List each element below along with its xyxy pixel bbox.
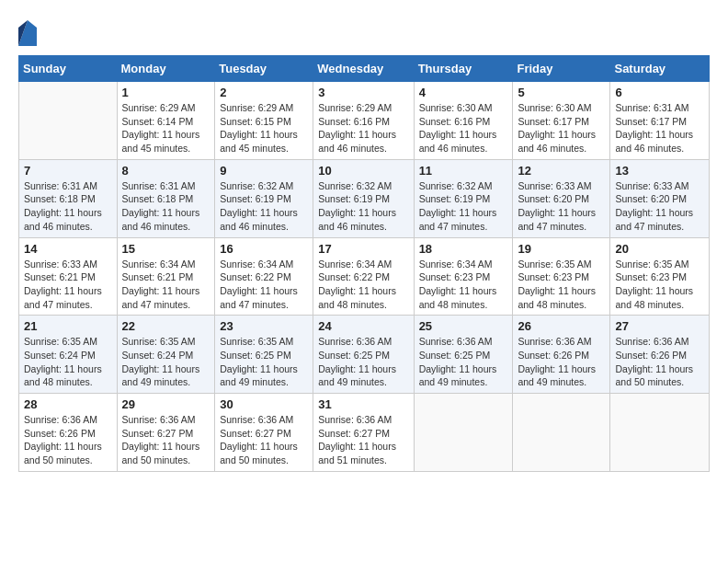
day-info: Sunrise: 6:30 AMSunset: 6:16 PMDaylight:… [419,101,508,155]
calendar-cell: 21Sunrise: 6:35 AMSunset: 6:24 PMDayligh… [19,316,118,394]
weekday-header-row: SundayMondayTuesdayWednesdayThursdayFrid… [19,56,710,82]
day-number: 11 [419,164,508,178]
calendar-cell: 19Sunrise: 6:35 AMSunset: 6:23 PMDayligh… [513,237,610,316]
day-info: Sunrise: 6:33 AMSunset: 6:20 PMDaylight:… [518,179,605,234]
calendar-cell: 31Sunrise: 6:36 AMSunset: 6:27 PMDayligh… [313,394,414,472]
day-number: 9 [220,164,308,178]
calendar-cell: 1Sunrise: 6:29 AMSunset: 6:14 PMDaylight… [117,82,215,160]
day-info: Sunrise: 6:35 AMSunset: 6:23 PMDaylight:… [615,258,704,312]
calendar-cell: 23Sunrise: 6:35 AMSunset: 6:25 PMDayligh… [215,316,313,394]
day-number: 8 [122,164,210,178]
day-number: 6 [615,86,704,99]
day-number: 13 [615,164,704,178]
day-number: 17 [318,242,408,256]
weekday-header-sunday: Sunday [19,56,118,82]
calendar-cell: 26Sunrise: 6:36 AMSunset: 6:26 PMDayligh… [513,316,610,394]
calendar-cell: 10Sunrise: 6:32 AMSunset: 6:19 PMDayligh… [313,159,414,237]
day-number: 24 [318,319,408,333]
day-info: Sunrise: 6:29 AMSunset: 6:15 PMDaylight:… [220,101,308,155]
calendar-cell [19,82,118,160]
calendar-cell: 16Sunrise: 6:34 AMSunset: 6:22 PMDayligh… [215,237,313,316]
logo-icon [18,20,37,46]
calendar-cell: 9Sunrise: 6:32 AMSunset: 6:19 PMDaylight… [215,159,313,237]
calendar-cell: 2Sunrise: 6:29 AMSunset: 6:15 PMDaylight… [215,82,313,160]
day-info: Sunrise: 6:30 AMSunset: 6:17 PMDaylight:… [518,101,605,155]
day-number: 22 [122,319,210,333]
day-info: Sunrise: 6:36 AMSunset: 6:25 PMDaylight:… [419,335,508,389]
day-number: 18 [419,242,508,256]
calendar-cell: 12Sunrise: 6:33 AMSunset: 6:20 PMDayligh… [513,159,610,237]
day-number: 4 [419,86,508,99]
day-number: 23 [220,319,308,333]
day-number: 14 [24,242,112,256]
day-info: Sunrise: 6:36 AMSunset: 6:25 PMDaylight:… [318,335,408,389]
day-number: 26 [518,319,605,333]
day-info: Sunrise: 6:36 AMSunset: 6:27 PMDaylight:… [122,413,210,467]
day-info: Sunrise: 6:36 AMSunset: 6:26 PMDaylight:… [24,413,112,467]
calendar-cell: 18Sunrise: 6:34 AMSunset: 6:23 PMDayligh… [414,237,513,316]
day-info: Sunrise: 6:33 AMSunset: 6:20 PMDaylight:… [615,179,704,234]
day-info: Sunrise: 6:34 AMSunset: 6:23 PMDaylight:… [419,258,508,312]
week-row-2: 7Sunrise: 6:31 AMSunset: 6:18 PMDaylight… [19,159,710,237]
day-number: 30 [220,397,308,411]
calendar-cell: 24Sunrise: 6:36 AMSunset: 6:25 PMDayligh… [313,316,414,394]
day-info: Sunrise: 6:35 AMSunset: 6:25 PMDaylight:… [220,335,308,389]
day-info: Sunrise: 6:32 AMSunset: 6:19 PMDaylight:… [318,179,408,234]
day-info: Sunrise: 6:31 AMSunset: 6:17 PMDaylight:… [615,101,704,155]
day-info: Sunrise: 6:31 AMSunset: 6:18 PMDaylight:… [24,179,112,234]
day-info: Sunrise: 6:32 AMSunset: 6:19 PMDaylight:… [419,179,508,234]
weekday-header-thursday: Thursday [414,56,513,82]
calendar-cell: 14Sunrise: 6:33 AMSunset: 6:21 PMDayligh… [19,237,118,316]
day-number: 21 [24,319,112,333]
day-info: Sunrise: 6:36 AMSunset: 6:27 PMDaylight:… [318,413,408,467]
day-number: 27 [615,319,704,333]
calendar-cell: 13Sunrise: 6:33 AMSunset: 6:20 PMDayligh… [610,159,710,237]
day-number: 25 [419,319,508,333]
calendar-cell: 25Sunrise: 6:36 AMSunset: 6:25 PMDayligh… [414,316,513,394]
day-number: 15 [122,242,210,256]
day-number: 5 [518,86,605,99]
week-row-4: 21Sunrise: 6:35 AMSunset: 6:24 PMDayligh… [19,316,710,394]
calendar-cell: 5Sunrise: 6:30 AMSunset: 6:17 PMDaylight… [513,82,610,160]
calendar-table: SundayMondayTuesdayWednesdayThursdayFrid… [18,55,710,472]
day-info: Sunrise: 6:32 AMSunset: 6:19 PMDaylight:… [220,179,308,234]
calendar-cell: 29Sunrise: 6:36 AMSunset: 6:27 PMDayligh… [117,394,215,472]
day-info: Sunrise: 6:35 AMSunset: 6:24 PMDaylight:… [24,335,112,389]
day-info: Sunrise: 6:29 AMSunset: 6:14 PMDaylight:… [122,101,210,155]
calendar-cell: 27Sunrise: 6:36 AMSunset: 6:26 PMDayligh… [610,316,710,394]
day-number: 2 [220,86,308,99]
day-info: Sunrise: 6:35 AMSunset: 6:24 PMDaylight:… [122,335,210,389]
logo [18,18,40,46]
calendar-cell: 28Sunrise: 6:36 AMSunset: 6:26 PMDayligh… [19,394,118,472]
day-number: 1 [122,86,210,99]
day-number: 20 [615,242,704,256]
weekday-header-wednesday: Wednesday [313,56,414,82]
weekday-header-tuesday: Tuesday [215,56,313,82]
day-info: Sunrise: 6:31 AMSunset: 6:18 PMDaylight:… [122,179,210,234]
day-number: 7 [24,164,112,178]
day-info: Sunrise: 6:29 AMSunset: 6:16 PMDaylight:… [318,101,408,155]
day-number: 12 [518,164,605,178]
day-number: 31 [318,397,408,411]
week-row-1: 1Sunrise: 6:29 AMSunset: 6:14 PMDaylight… [19,82,710,160]
calendar-cell: 17Sunrise: 6:34 AMSunset: 6:22 PMDayligh… [313,237,414,316]
day-info: Sunrise: 6:36 AMSunset: 6:26 PMDaylight:… [615,335,704,389]
day-info: Sunrise: 6:34 AMSunset: 6:22 PMDaylight:… [220,258,308,312]
day-info: Sunrise: 6:33 AMSunset: 6:21 PMDaylight:… [24,258,112,312]
weekday-header-monday: Monday [117,56,215,82]
calendar-cell [610,394,710,472]
week-row-3: 14Sunrise: 6:33 AMSunset: 6:21 PMDayligh… [19,237,710,316]
day-info: Sunrise: 6:36 AMSunset: 6:26 PMDaylight:… [518,335,605,389]
calendar-cell: 8Sunrise: 6:31 AMSunset: 6:18 PMDaylight… [117,159,215,237]
weekday-header-saturday: Saturday [610,56,710,82]
calendar-cell: 30Sunrise: 6:36 AMSunset: 6:27 PMDayligh… [215,394,313,472]
calendar-cell: 15Sunrise: 6:34 AMSunset: 6:21 PMDayligh… [117,237,215,316]
day-number: 10 [318,164,408,178]
day-info: Sunrise: 6:34 AMSunset: 6:21 PMDaylight:… [122,258,210,312]
day-number: 16 [220,242,308,256]
day-number: 29 [122,397,210,411]
calendar-cell: 3Sunrise: 6:29 AMSunset: 6:16 PMDaylight… [313,82,414,160]
page-header [18,18,710,46]
day-info: Sunrise: 6:35 AMSunset: 6:23 PMDaylight:… [518,258,605,312]
calendar-cell: 22Sunrise: 6:35 AMSunset: 6:24 PMDayligh… [117,316,215,394]
